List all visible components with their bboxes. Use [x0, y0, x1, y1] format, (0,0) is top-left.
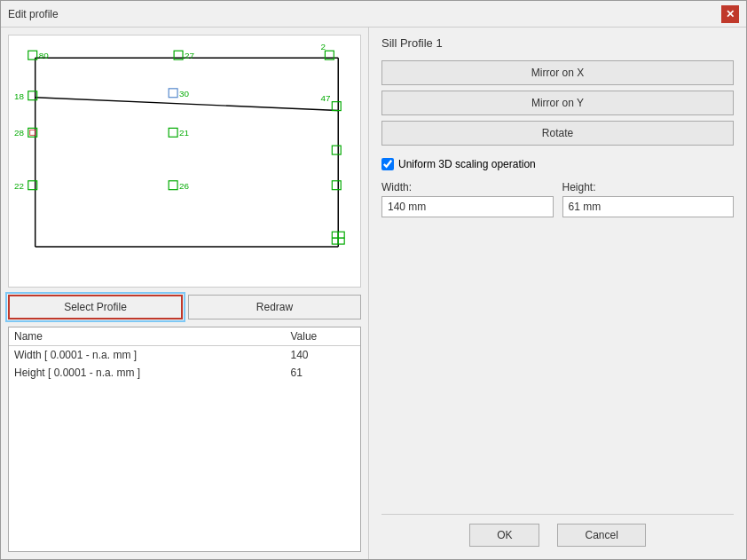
- select-profile-button[interactable]: Select Profile: [8, 295, 183, 319]
- uniform-scaling-label: Uniform 3D scaling operation: [398, 158, 536, 170]
- svg-rect-15: [332, 102, 341, 111]
- title-bar: Edit profile ✕: [1, 1, 746, 28]
- height-group: Height:: [562, 181, 735, 217]
- svg-text:47: 47: [320, 93, 330, 103]
- ok-button[interactable]: OK: [469, 524, 539, 547]
- width-label: Width:: [381, 181, 554, 193]
- properties-table: Name Value Width [ 0.0001 - n.a. mm ]140…: [9, 327, 360, 382]
- redraw-button[interactable]: Redraw: [188, 295, 361, 319]
- svg-text:18: 18: [14, 91, 24, 101]
- rotate-button[interactable]: Rotate: [381, 121, 734, 146]
- table-row: Width [ 0.0001 - n.a. mm ]140: [9, 346, 360, 365]
- svg-text:30: 30: [179, 89, 189, 99]
- prop-value: 61: [285, 364, 360, 382]
- svg-rect-24: [169, 181, 177, 190]
- width-input[interactable]: [381, 196, 554, 217]
- svg-text:80: 80: [39, 51, 49, 60]
- width-group: Width:: [381, 181, 554, 217]
- dialog-title: Edit profile: [8, 8, 59, 20]
- bottom-buttons: OK Cancel: [381, 514, 734, 550]
- svg-rect-20: [169, 128, 177, 137]
- height-label: Height:: [562, 181, 735, 193]
- svg-text:2: 2: [320, 42, 325, 51]
- svg-rect-27: [332, 181, 341, 190]
- col-name-header: Name: [9, 327, 285, 346]
- action-buttons-row: Select Profile Redraw: [1, 291, 368, 323]
- left-panel: 80 27 2 18 30 47: [1, 28, 369, 559]
- main-content: 80 27 2 18 30 47: [1, 28, 746, 559]
- mirror-y-button[interactable]: Mirror on Y: [381, 91, 734, 115]
- close-button[interactable]: ✕: [721, 5, 739, 23]
- prop-name: Width [ 0.0001 - n.a. mm ]: [9, 346, 285, 365]
- svg-rect-13: [169, 89, 177, 98]
- edit-profile-dialog: Edit profile ✕ 80: [0, 0, 747, 560]
- profile-title: Sill Profile 1: [381, 36, 734, 50]
- properties-table-container: Name Value Width [ 0.0001 - n.a. mm ]140…: [8, 327, 361, 552]
- uniform-scaling-checkbox[interactable]: [381, 158, 394, 170]
- uniform-scaling-row: Uniform 3D scaling operation: [381, 158, 734, 170]
- height-input[interactable]: [562, 196, 735, 217]
- svg-line-4: [35, 98, 339, 111]
- right-panel: Sill Profile 1 Mirror on X Mirror on Y R…: [369, 28, 746, 559]
- svg-text:27: 27: [185, 51, 194, 60]
- profile-canvas: 80 27 2 18 30 47: [8, 35, 361, 288]
- prop-value: 140: [285, 346, 360, 365]
- cancel-button[interactable]: Cancel: [557, 524, 645, 547]
- svg-rect-18: [30, 130, 35, 135]
- svg-text:28: 28: [14, 128, 24, 138]
- prop-name: Height [ 0.0001 - n.a. mm ]: [9, 364, 285, 382]
- svg-rect-26: [332, 146, 341, 154]
- mirror-x-button[interactable]: Mirror on X: [381, 60, 734, 85]
- svg-text:26: 26: [179, 181, 189, 191]
- col-value-header: Value: [285, 327, 360, 346]
- svg-text:21: 21: [179, 128, 189, 138]
- dimensions-row: Width: Height:: [381, 181, 734, 217]
- table-row: Height [ 0.0001 - n.a. mm ]61: [9, 364, 360, 382]
- svg-text:22: 22: [14, 181, 24, 191]
